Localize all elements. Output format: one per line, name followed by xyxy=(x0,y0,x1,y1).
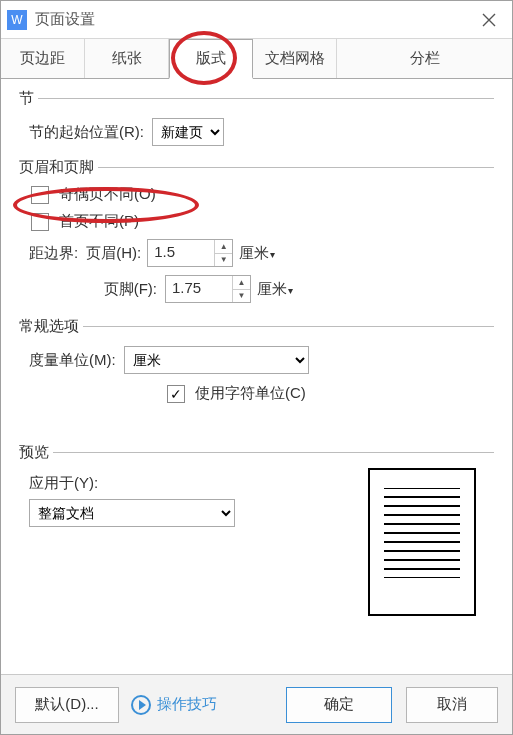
titlebar: W 页面设置 xyxy=(1,1,512,39)
page-setup-dialog: W 页面设置 页边距 纸张 版式 文档网格 分栏 节 节的起始位置(R): 新建… xyxy=(0,0,513,735)
header-value: 1.5 xyxy=(148,240,214,266)
app-icon: W xyxy=(7,10,27,30)
group-headerfooter-label: 页眉和页脚 xyxy=(19,158,94,177)
section-start-select[interactable]: 新建页 xyxy=(152,118,224,146)
unit-select[interactable]: 厘米 xyxy=(124,346,309,374)
distance-prefix: 距边界: xyxy=(29,244,78,263)
tab-layout[interactable]: 版式 xyxy=(169,39,253,79)
tab-grid[interactable]: 文档网格 xyxy=(253,39,337,78)
footer-unit[interactable]: 厘米▾ xyxy=(257,280,293,299)
close-icon xyxy=(482,13,496,27)
footer-label: 页脚(F): xyxy=(29,280,157,299)
group-section-label: 节 xyxy=(19,89,34,108)
group-preview-label: 预览 xyxy=(19,443,49,462)
header-spin[interactable]: 1.5 ▲▼ xyxy=(147,239,233,267)
spin-down-icon[interactable]: ▼ xyxy=(215,254,232,267)
tab-paper[interactable]: 纸张 xyxy=(85,39,169,78)
header-label: 页眉(H): xyxy=(86,244,141,263)
dialog-footer: 默认(D)... 操作技巧 确定 取消 xyxy=(1,674,512,734)
first-page-checkbox[interactable] xyxy=(31,213,49,231)
section-start-label: 节的起始位置(R): xyxy=(29,123,144,142)
play-icon xyxy=(131,695,151,715)
footer-value: 1.75 xyxy=(166,276,232,302)
first-page-label: 首页不同(P) xyxy=(59,212,139,231)
dialog-content: 节 节的起始位置(R): 新建页 页眉和页脚 奇偶页不同(O) 首页不同(P) … xyxy=(1,79,512,674)
tab-bar: 页边距 纸张 版式 文档网格 分栏 xyxy=(1,39,512,79)
close-button[interactable] xyxy=(466,1,512,39)
spin-down-icon[interactable]: ▼ xyxy=(233,290,250,303)
use-char-checkbox[interactable] xyxy=(167,385,185,403)
tips-link[interactable]: 操作技巧 xyxy=(131,695,286,715)
header-unit[interactable]: 厘米▾ xyxy=(239,244,275,263)
spin-up-icon[interactable]: ▲ xyxy=(233,276,250,290)
use-char-label: 使用字符单位(C) xyxy=(195,384,306,403)
cancel-button[interactable]: 取消 xyxy=(406,687,498,723)
tab-columns[interactable]: 分栏 xyxy=(337,39,512,78)
apply-to-label: 应用于(Y): xyxy=(29,474,348,493)
odd-even-checkbox[interactable] xyxy=(31,186,49,204)
tips-label: 操作技巧 xyxy=(157,695,217,714)
default-button[interactable]: 默认(D)... xyxy=(15,687,119,723)
ok-button[interactable]: 确定 xyxy=(286,687,392,723)
spin-up-icon[interactable]: ▲ xyxy=(215,240,232,254)
apply-to-select[interactable]: 整篇文档 xyxy=(29,499,235,527)
window-title: 页面设置 xyxy=(35,10,466,29)
preview-page xyxy=(368,468,476,616)
footer-spin[interactable]: 1.75 ▲▼ xyxy=(165,275,251,303)
tab-margins[interactable]: 页边距 xyxy=(1,39,85,78)
group-general-label: 常规选项 xyxy=(19,317,79,336)
unit-label: 度量单位(M): xyxy=(29,351,116,370)
odd-even-label: 奇偶页不同(O) xyxy=(59,185,156,204)
